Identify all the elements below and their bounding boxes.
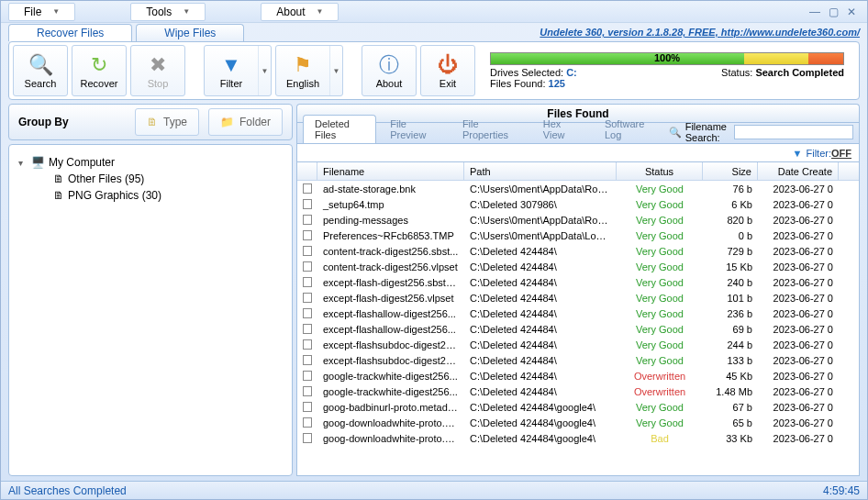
language-button[interactable]: ⚑English▼ — [275, 45, 343, 96]
table-row[interactable]: Preferences~RFcb6853.TMPC:\Users\0ment\A… — [297, 228, 859, 243]
about-icon: ⓘ — [379, 52, 399, 78]
recover-icon: ↻ — [91, 52, 107, 78]
row-checkbox[interactable] — [303, 339, 312, 350]
tree-item[interactable]: 🗎Other Files (95) — [40, 171, 283, 187]
menu-about[interactable]: About▼ — [261, 3, 339, 21]
flag-icon: ⚑ — [294, 52, 312, 78]
table-row[interactable]: except-flashallow-digest256...C:\Deleted… — [297, 321, 859, 337]
row-checkbox[interactable] — [303, 215, 312, 225]
stop-icon: ✖ — [150, 52, 166, 78]
table-row[interactable]: except-flashallow-digest256...C:\Deleted… — [297, 306, 859, 321]
status-panel: 100% Drives Selected: C: Status: Search … — [479, 49, 855, 93]
progress-bar: 100% — [490, 52, 844, 65]
search-icon: 🔍 — [669, 127, 682, 139]
filter-bar: ▼ Filter: OFF — [296, 144, 860, 162]
exit-button[interactable]: ⏻Exit — [420, 45, 475, 96]
search-button[interactable]: 🔍Search — [13, 45, 68, 96]
statusbar: All Searches Completed 4:59:45 — [1, 481, 867, 499]
table-row[interactable]: except-flash-digest256.vlpsetC:\Deleted … — [297, 290, 859, 306]
about-button[interactable]: ⓘAbout — [362, 45, 417, 96]
main-tabs: Recover Files Wipe Files — [8, 24, 540, 41]
col-size[interactable]: Size — [703, 162, 758, 180]
row-checkbox[interactable] — [303, 371, 312, 381]
filter-toggle[interactable]: OFF — [831, 148, 851, 159]
collapse-icon[interactable]: ▾ — [18, 158, 28, 168]
version-link[interactable]: Undelete 360, version 2.1.8.28, FREE, ht… — [540, 27, 860, 38]
table-row[interactable]: _setup64.tmpC:\Deleted 307986\Very Good6… — [297, 196, 859, 212]
col-status[interactable]: Status — [617, 162, 703, 180]
col-check[interactable] — [297, 162, 317, 180]
row-checkbox[interactable] — [303, 308, 312, 318]
filter-button[interactable]: ▼Filter▼ — [204, 45, 272, 96]
chevron-down-icon: ▼ — [52, 7, 60, 16]
table-row[interactable]: except-flash-digest256.sbstoreC:\Deleted… — [297, 274, 859, 290]
filter-icon: ▼ — [793, 148, 803, 159]
row-checkbox[interactable] — [303, 433, 312, 443]
groupby-type-button[interactable]: 🗎Type — [135, 108, 199, 136]
tree-view: ▾🖥️My Computer 🗎Other Files (95)🗎PNG Gra… — [8, 144, 293, 476]
row-checkbox[interactable] — [303, 417, 312, 428]
file-icon: 🗎 — [53, 172, 64, 185]
right-panel: Files Found Deleted Files File Preview F… — [296, 104, 860, 476]
exit-icon: ⏻ — [438, 52, 458, 78]
row-checkbox[interactable] — [303, 355, 312, 365]
row-checkbox[interactable] — [303, 277, 312, 287]
tab-file-properties[interactable]: File Properties — [451, 115, 529, 143]
table-row[interactable]: content-track-digest256.vlpsetC:\Deleted… — [297, 259, 859, 274]
row-checkbox[interactable] — [303, 246, 312, 256]
tab-file-preview[interactable]: File Preview — [378, 115, 449, 143]
status-time: 4:59:45 — [823, 484, 860, 497]
row-checkbox[interactable] — [303, 199, 312, 209]
stop-button[interactable]: ✖Stop — [130, 45, 185, 96]
table-row[interactable]: google-trackwhite-digest256...C:\Deleted… — [297, 368, 859, 383]
row-checkbox[interactable] — [303, 386, 312, 396]
main-menu: File▼ Tools▼ About▼ — [8, 3, 807, 21]
table-row[interactable]: goog-badbinurl-proto.metadataC:\Deleted … — [297, 399, 859, 415]
chevron-down-icon: ▼ — [317, 7, 324, 16]
menu-file[interactable]: File▼ — [8, 3, 75, 21]
row-checkbox[interactable] — [303, 261, 312, 272]
titlebar: File▼ Tools▼ About▼ — ▢ ✕ — [1, 1, 867, 23]
groupby-folder-button[interactable]: 📁Folder — [208, 108, 283, 136]
tree-root[interactable]: ▾🖥️My Computer — [18, 154, 283, 171]
col-path[interactable]: Path — [464, 162, 617, 180]
table-row[interactable]: except-flashsubdoc-digest25...C:\Deleted… — [297, 352, 859, 368]
col-filename[interactable]: Filename — [317, 162, 464, 180]
maximize-button[interactable]: ▢ — [825, 6, 841, 18]
chevron-down-icon: ▼ — [183, 7, 190, 16]
tab-software-log[interactable]: Software Log — [593, 115, 667, 143]
tab-recover-files[interactable]: Recover Files — [8, 24, 132, 41]
table-row[interactable]: ad-state-storage.bnkC:\Users\0ment\AppDa… — [297, 181, 859, 196]
tree-item[interactable]: 🗎PNG Graphics (30) — [40, 187, 283, 204]
table-row[interactable]: content-track-digest256.sbst...C:\Delete… — [297, 243, 859, 259]
row-checkbox[interactable] — [303, 183, 312, 194]
row-checkbox[interactable] — [303, 324, 312, 334]
filename-search-input[interactable] — [734, 125, 853, 139]
col-date[interactable]: Date Create — [758, 162, 839, 180]
tab-deleted-files[interactable]: Deleted Files — [303, 115, 376, 143]
search-icon: 🔍 — [28, 52, 53, 78]
table-row[interactable]: except-flashsubdoc-digest25...C:\Deleted… — [297, 337, 859, 352]
table-row[interactable]: pending-messagesC:\Users\0ment\AppData\R… — [297, 212, 859, 228]
table-row[interactable]: goog-downloadwhite-proto.vl...C:\Deleted… — [297, 430, 859, 446]
grid-body[interactable]: ad-state-storage.bnkC:\Users\0ment\AppDa… — [297, 181, 859, 475]
row-checkbox[interactable] — [303, 230, 312, 240]
chevron-down-icon[interactable]: ▼ — [329, 46, 342, 95]
chevron-down-icon[interactable]: ▼ — [258, 46, 271, 95]
toolbar: 🔍Search ↻Recover ✖Stop ▼Filter▼ ⚑English… — [8, 41, 860, 100]
tab-hex-view[interactable]: Hex View — [531, 115, 591, 143]
close-button[interactable]: ✕ — [843, 6, 860, 18]
file-grid: Filename Path Status Size Date Create ad… — [296, 162, 860, 476]
computer-icon: 🖥️ — [31, 156, 45, 169]
recover-button[interactable]: ↻Recover — [72, 45, 127, 96]
filename-search: 🔍 Filename Search: — [669, 121, 853, 143]
filter-icon: ▼ — [221, 52, 241, 78]
menu-tools[interactable]: Tools▼ — [130, 3, 206, 21]
minimize-button[interactable]: — — [807, 6, 823, 18]
tab-wipe-files[interactable]: Wipe Files — [136, 24, 244, 41]
table-row[interactable]: goog-downloadwhite-proto.m...C:\Deleted … — [297, 415, 859, 430]
table-row[interactable]: google-trackwhite-digest256...C:\Deleted… — [297, 383, 859, 399]
groupby-label: Group By — [18, 116, 69, 128]
row-checkbox[interactable] — [303, 402, 312, 412]
row-checkbox[interactable] — [303, 293, 312, 303]
